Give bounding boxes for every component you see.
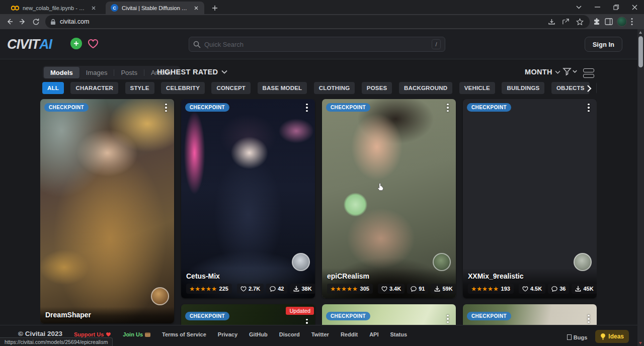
browser-tabstrip: new_colab_file.ipynb - Colaborat C Civit… — [0, 0, 644, 14]
comments-count: 91 — [419, 286, 425, 292]
side-panel-icon[interactable] — [605, 18, 613, 25]
model-card-partial[interactable]: CHECKPOINT — [463, 304, 597, 325]
footer-link-bugs[interactable]: Bugs — [567, 333, 588, 340]
category-pill-celebrity[interactable]: CELEBRITY — [161, 82, 205, 94]
category-pill-all[interactable]: ALL — [42, 82, 64, 94]
category-pill-buildings[interactable]: BUILDINGS — [502, 82, 544, 94]
logo-text-civit: CIVIT — [7, 37, 39, 52]
new-tab-button[interactable] — [209, 3, 220, 14]
model-title: XXMix_9realistic — [468, 272, 592, 280]
model-type-badge: CHECKPOINT — [185, 312, 229, 320]
search-input[interactable] — [204, 41, 428, 48]
extensions-icon[interactable] — [593, 18, 601, 26]
tab-posts[interactable]: Posts — [114, 67, 144, 78]
category-pill-poses[interactable]: POSES — [362, 82, 392, 94]
tab-close-icon[interactable] — [90, 4, 98, 12]
card-menu-icon[interactable] — [584, 102, 594, 113]
lightbulb-icon — [600, 333, 606, 340]
category-pill-concept[interactable]: CONCEPT — [211, 82, 251, 94]
footer-link-terms[interactable]: Terms of Service — [162, 330, 206, 337]
footer-link-github[interactable]: GitHub — [249, 330, 268, 337]
logo-text-ai: AI — [39, 37, 52, 52]
card-overlay: DreamShaper — [40, 307, 174, 323]
creator-avatar[interactable] — [151, 287, 169, 305]
scrollbar-thumb[interactable] — [638, 36, 643, 67]
heart-icon — [106, 332, 111, 337]
footer-link-privacy[interactable]: Privacy — [218, 330, 237, 337]
rating-pill: ★★★★★ 193 — [468, 284, 514, 294]
download-icon[interactable] — [546, 17, 556, 27]
scrollbar-up-arrow[interactable] — [639, 31, 642, 34]
upload-plus-button[interactable] — [70, 38, 82, 49]
support-heart-icon[interactable] — [87, 37, 100, 50]
reload-button[interactable] — [29, 15, 42, 28]
footer-link-join-us[interactable]: Join Us — [123, 330, 150, 337]
model-card-partial[interactable]: Updated CHECKPOINT — [181, 304, 315, 325]
card-menu-icon[interactable] — [302, 317, 312, 325]
card-menu-icon[interactable] — [584, 313, 594, 324]
footer-link-support-us[interactable]: Support Us — [74, 330, 111, 337]
url-bar[interactable]: civitai.com — [45, 15, 590, 28]
site-header: CIVIT AI / Sign In — [0, 29, 644, 59]
ideas-button[interactable]: Ideas — [595, 330, 629, 343]
footer-link-discord[interactable]: Discord — [279, 330, 300, 337]
model-card-partial[interactable]: CHECKPOINT — [322, 304, 456, 325]
browser-menu-icon[interactable] — [631, 18, 633, 26]
footer-link-api[interactable]: API — [369, 330, 378, 337]
likes-pill: 4.5K — [519, 284, 545, 294]
comments-pill: 91 — [407, 284, 428, 294]
category-pill-animal[interactable]: ANIMAL — [596, 82, 597, 94]
tab-images[interactable]: Images — [79, 67, 114, 78]
forward-button[interactable] — [16, 15, 29, 28]
comments-count: 42 — [278, 286, 284, 292]
maximize-button[interactable] — [607, 0, 625, 14]
minimize-button[interactable] — [588, 0, 607, 14]
footer-right: Bugs Ideas — [567, 330, 629, 343]
browser-tab-civitai[interactable]: C Civitai | Stable Diffusion models, — [106, 2, 204, 14]
tab-models[interactable]: Models — [44, 67, 79, 78]
rating-count: 305 — [360, 286, 369, 292]
civitai-logo[interactable]: CIVIT AI — [7, 37, 52, 52]
tab-title: new_colab_file.ipynb - Colaborat — [23, 5, 86, 11]
tab-search-icon[interactable] — [570, 0, 588, 14]
footer-link-twitter[interactable]: Twitter — [311, 330, 329, 337]
model-type-badge: CHECKPOINT — [326, 312, 370, 320]
category-pill-character[interactable]: CHARACTER — [70, 82, 118, 94]
bookmark-star-icon[interactable] — [575, 17, 585, 27]
share-icon[interactable] — [560, 17, 571, 27]
layout-toggle-button[interactable] — [583, 67, 594, 78]
browser-tab-colab[interactable]: new_colab_file.ipynb - Colaborat — [6, 2, 102, 14]
model-card-xxmix9realistic[interactable]: CHECKPOINT XXMix_9realistic ★★★★★ 193 4.… — [463, 99, 597, 298]
back-button[interactable] — [3, 15, 16, 28]
download-icon — [293, 286, 299, 292]
toolbar-right — [593, 17, 633, 27]
card-menu-icon[interactable] — [161, 102, 171, 113]
footer-link-status[interactable]: Status — [390, 330, 407, 337]
page-scrollbar[interactable] — [637, 29, 644, 346]
quick-search[interactable]: / — [189, 37, 445, 52]
filter-button[interactable] — [562, 67, 577, 76]
period-dropdown[interactable]: MONTH — [525, 68, 560, 76]
sort-dropdown[interactable]: HIGHEST RATED — [157, 68, 227, 76]
sign-in-button[interactable]: Sign In — [585, 37, 622, 52]
close-window-button[interactable] — [625, 0, 644, 14]
category-pill-style[interactable]: STYLE — [125, 82, 154, 94]
tab-close-icon[interactable] — [192, 4, 200, 12]
card-menu-icon[interactable] — [443, 313, 453, 324]
footer-link-reddit[interactable]: Reddit — [341, 330, 358, 337]
downloads-pill: 38K — [290, 284, 315, 294]
model-card-dreamshaper[interactable]: CHECKPOINT DreamShaper — [40, 99, 174, 323]
card-menu-icon[interactable] — [443, 102, 453, 113]
browser-profile-avatar[interactable] — [617, 17, 627, 27]
categories-scroll-right-button[interactable] — [584, 83, 595, 94]
scrollbar-down-arrow[interactable] — [639, 342, 642, 344]
model-card-epicrealism[interactable]: CHECKPOINT epiCRealism ★★★★★ 305 3.4K — [322, 99, 456, 298]
category-pill-background[interactable]: BACKGROUND — [399, 82, 452, 94]
comments-count: 36 — [559, 286, 566, 292]
chevron-down-icon — [555, 70, 560, 74]
category-pill-base-model[interactable]: BASE MODEL — [258, 82, 307, 94]
model-card-cetus-mix[interactable]: CHECKPOINT Cetus-Mix ★★★★★ 225 2.7K — [181, 99, 315, 298]
category-pill-clothing[interactable]: CLOTHING — [314, 82, 355, 94]
category-pill-vehicle[interactable]: VEHICLE — [459, 82, 495, 94]
card-menu-icon[interactable] — [302, 102, 312, 113]
